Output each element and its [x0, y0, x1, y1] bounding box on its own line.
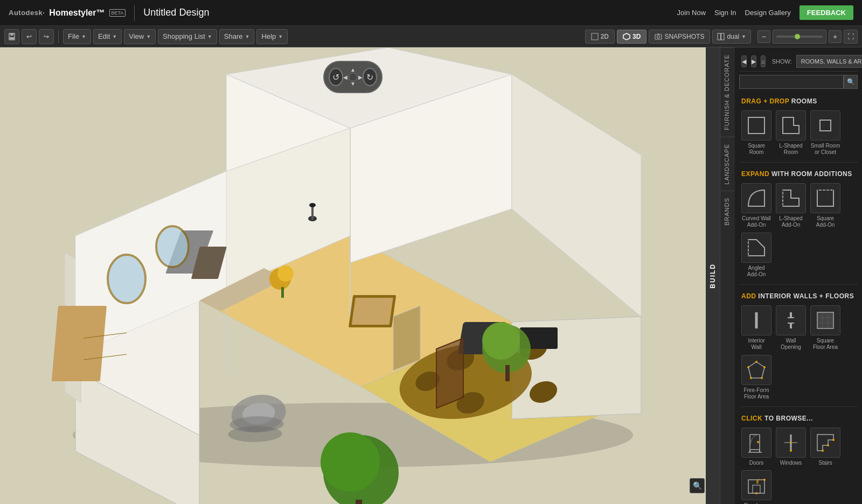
l-shaped-addon-item[interactable]: L-ShapedAdd-On [776, 183, 806, 228]
build-tab[interactable]: BUILD [706, 47, 720, 504]
square-addon-label: SquareAdd-On [816, 215, 835, 228]
title-divider [134, 5, 135, 21]
svg-point-90 [757, 441, 759, 443]
square-room-item[interactable]: SquareRoom [741, 110, 771, 156]
svg-rect-57 [311, 206, 314, 220]
svg-point-88 [747, 366, 749, 368]
panel-home-button[interactable]: ⌂ [761, 55, 766, 67]
rotate-right-button[interactable]: ↻ [363, 68, 377, 86]
square-addon-icon [810, 183, 840, 213]
square-addon-item[interactable]: SquareAdd-On [810, 183, 840, 228]
brands-tab[interactable]: BRANDS [720, 191, 735, 232]
stairs-item[interactable]: Stairs [810, 428, 840, 466]
file-label: File [68, 32, 79, 40]
nav-left-button[interactable]: ◀ [343, 74, 347, 80]
landscape-tab[interactable]: LANDSCAPE [720, 137, 735, 191]
svg-rect-44 [356, 500, 362, 504]
shopping-list-menu[interactable]: Shopping List ▼ [158, 29, 217, 44]
sidebar-magnifier-button[interactable]: 🔍 [690, 478, 705, 493]
svg-rect-51 [52, 306, 107, 381]
square-floor-label: SquareFloor Area [813, 338, 838, 351]
save-button[interactable] [4, 29, 19, 44]
svg-point-60 [277, 265, 294, 282]
share-label: Share [224, 32, 243, 40]
curved-wall-item[interactable]: Curved WallAdd-On [741, 183, 771, 228]
help-menu[interactable]: Help ▼ [256, 29, 288, 44]
nav-up-button[interactable]: ▲ [350, 67, 356, 73]
svg-rect-5 [655, 34, 662, 39]
l-shaped-addon-icon [776, 183, 806, 213]
nav-center-button[interactable] [349, 73, 357, 81]
square-floor-item[interactable]: SquareFloor Area [810, 305, 840, 351]
edit-menu[interactable]: Edit ▼ [93, 29, 122, 44]
design-title: Untitled Design [143, 7, 209, 18]
svg-marker-4 [623, 33, 630, 40]
show-select[interactable]: ROOMS, WALLS & AREAS [796, 55, 862, 68]
drag-drop-normal: ROOMS [791, 97, 817, 105]
show-label: SHOW: [772, 58, 792, 65]
svg-point-40 [482, 322, 520, 360]
svg-rect-69 [817, 190, 833, 206]
share-menu[interactable]: Share ▼ [219, 29, 255, 44]
svg-marker-98 [817, 435, 833, 451]
svg-marker-102 [748, 480, 764, 493]
windows-item[interactable]: Windows [776, 428, 806, 466]
panel-header: ◀ ▶ ⌂ SHOW: ROOMS, WALLS & AREAS [739, 52, 858, 72]
svg-marker-63 [393, 306, 420, 370]
panel-search-input[interactable] [739, 75, 844, 89]
svg-point-85 [763, 366, 766, 368]
furnish-decorate-tab[interactable]: FURNISH & DECORATE [720, 47, 735, 137]
rotate-left-button[interactable]: ↺ [329, 68, 343, 86]
view-toggle: 2D 3D SNAPSHOTS dual ▼ − + [585, 30, 858, 44]
wall-opening-item[interactable]: WallOpening [776, 305, 806, 351]
join-now-link[interactable]: Join Now [677, 9, 706, 17]
interior-walls-section: ADD INTERIOR WALLS + FLOORS InteriorWall [739, 287, 858, 402]
redo-button[interactable]: ↪ [39, 29, 54, 44]
canvas-area[interactable]: ↺ ▲ ◀ ▶ ▼ ↻ 🔍 [0, 47, 706, 504]
nav-down-button[interactable]: ▼ [350, 81, 356, 87]
view-dropdown-arrow: ▼ [146, 34, 151, 39]
browse-section: CLICK TO BROWSE... [739, 409, 858, 504]
svg-point-84 [755, 361, 757, 363]
feedback-button[interactable]: FEEDBACK [800, 5, 853, 20]
zoom-out-button[interactable]: − [757, 30, 770, 43]
zoom-slider[interactable] [773, 30, 826, 44]
undo-button[interactable]: ↩ [22, 29, 37, 44]
stairs-icon [810, 428, 840, 458]
l-shaped-room-item[interactable]: L-ShapedRoom [776, 110, 806, 156]
fireplaces-item[interactable]: Fireplaces [741, 470, 771, 504]
browse-normal: TO BROWSE... [764, 415, 813, 422]
divider-1 [739, 162, 858, 163]
angled-addon-item[interactable]: AngledAdd-On [741, 233, 771, 278]
edit-label: Edit [98, 32, 110, 40]
svg-rect-2 [10, 37, 14, 39]
2d-view-button[interactable]: 2D [585, 30, 615, 44]
freeform-floor-item[interactable]: Free-FormFloor Area [741, 355, 771, 400]
wall-opening-icon [776, 305, 806, 335]
view-menu[interactable]: View ▼ [124, 29, 156, 44]
small-room-item[interactable]: Small Roomor Closet [810, 110, 840, 156]
interior-walls-header: ADD INTERIOR WALLS + FLOORS [739, 287, 858, 303]
divider-3 [739, 407, 858, 407]
dual-arrow: ▼ [741, 34, 746, 39]
sign-in-link[interactable]: Sign In [714, 9, 736, 17]
file-menu[interactable]: File ▼ [63, 29, 91, 44]
panel-forward-button[interactable]: ▶ [751, 55, 756, 67]
doors-item[interactable]: Doors [741, 428, 771, 466]
svg-rect-7 [718, 33, 721, 40]
fullscreen-button[interactable]: ⛶ [844, 30, 858, 44]
rooms-grid: SquareRoom L-ShapedRoom [739, 108, 858, 158]
panel-back-button[interactable]: ◀ [741, 55, 747, 67]
panel-content: ◀ ▶ ⌂ SHOW: ROOMS, WALLS & AREAS 🔍 DRAG … [735, 47, 862, 504]
design-gallery-link[interactable]: Design Gallery [745, 9, 791, 17]
toolbar: ↩ ↪ File ▼ Edit ▼ View ▼ Shopping List ▼… [0, 26, 862, 47]
interior-wall-item[interactable]: InteriorWall [741, 305, 771, 351]
panel-search-button[interactable]: 🔍 [844, 75, 858, 89]
zoom-in-button[interactable]: + [829, 30, 842, 43]
snapshots-button[interactable]: SNAPSHOTS [649, 30, 710, 44]
3d-view-button[interactable]: 3D [617, 30, 646, 44]
dual-button[interactable]: dual ▼ [712, 30, 751, 44]
view-label: View [129, 32, 144, 40]
nav-right-button[interactable]: ▶ [358, 74, 363, 80]
l-shaped-room-label: L-ShapedRoom [779, 143, 802, 156]
